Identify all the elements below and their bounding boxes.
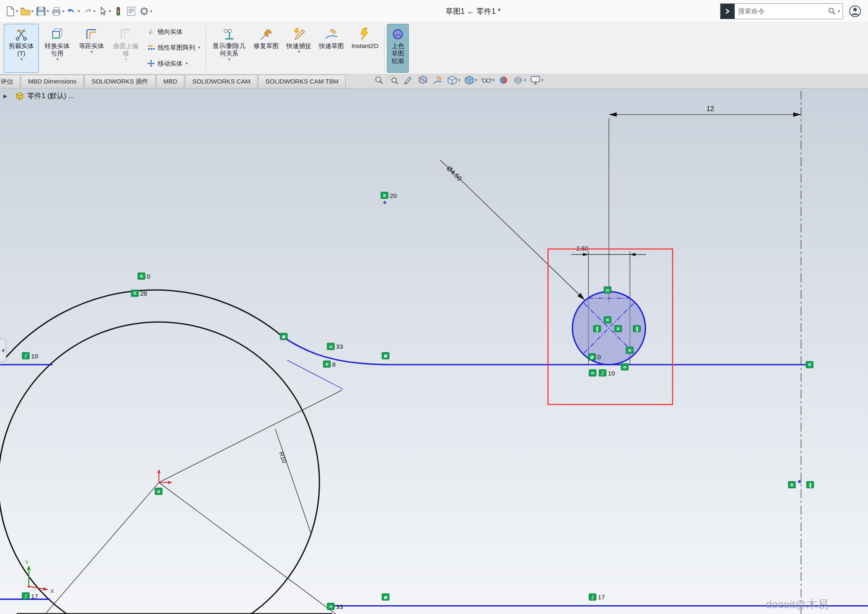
search-input[interactable] — [735, 8, 827, 15]
featuremanager-splitter-tab[interactable] — [0, 339, 6, 362]
tab-evaluate[interactable]: 评估 — [0, 75, 20, 88]
sketch-tool-button[interactable] — [432, 75, 443, 85]
sketch-relation-badge[interactable]: × — [806, 361, 813, 368]
sketch-relation-badge[interactable]: /17 — [589, 594, 605, 601]
sketch-relation-badge[interactable]: × — [626, 347, 633, 354]
chevron-down-icon[interactable]: ▾ — [492, 78, 494, 82]
save-button[interactable]: ▾ — [35, 5, 49, 18]
sketch-relation-badge[interactable]: × — [604, 317, 611, 323]
shaded-sketch-contours-button[interactable]: 上色草图轮廓 — [387, 24, 409, 73]
sketch-relation-badge[interactable]: = — [589, 370, 596, 376]
chevron-down-icon[interactable]: ▾ — [109, 9, 111, 13]
dimension-12[interactable]: 12 — [609, 105, 801, 302]
chevron-down-icon[interactable]: ▾ — [125, 57, 127, 61]
quick-sketch-button[interactable]: 快速草图 — [316, 24, 347, 73]
sketch-relation-badge[interactable]: ø — [382, 353, 389, 359]
construction-lines[interactable] — [17, 390, 342, 614]
tab-mbd-dimensions[interactable]: MBD Dimensions — [21, 75, 84, 88]
sketch-relation-badge[interactable]: ∥ — [633, 325, 640, 332]
chevron-down-icon[interactable]: ▾ — [838, 9, 840, 13]
login-user-button[interactable] — [848, 4, 862, 19]
sketch-relation-badge[interactable]: =33 — [327, 343, 343, 350]
sketch-relation-badge[interactable]: ø — [382, 594, 389, 600]
chevron-down-icon[interactable]: ▾ — [198, 46, 200, 50]
tree-expand-arrow-icon[interactable]: ▶ — [3, 93, 7, 99]
view-settings-button[interactable]: ▾ — [530, 75, 543, 85]
display-style-button[interactable]: ▾ — [464, 75, 477, 85]
zoom-to-area-button[interactable] — [388, 75, 399, 85]
sketch-relation-badge[interactable]: =33 — [327, 603, 343, 610]
sketch-relation-badge[interactable]: ∥ — [807, 481, 814, 488]
section-view-button[interactable] — [417, 75, 428, 85]
repair-sketch-button[interactable]: 修复草图 — [250, 24, 282, 73]
chevron-down-icon[interactable]: ▾ — [228, 57, 230, 61]
chevron-down-icon[interactable]: ▾ — [458, 78, 460, 82]
trim-entities-button[interactable]: 剪裁实体(T) ▾ — [4, 24, 39, 73]
sketch-relation-badge[interactable]: * — [798, 478, 802, 488]
sketch-relation-badge[interactable]: /10 — [22, 353, 38, 360]
sketch-relation-badge[interactable]: × — [788, 481, 795, 488]
chevron-down-icon[interactable]: ▾ — [524, 78, 526, 82]
sketch-relation-badge[interactable]: /10 — [599, 370, 615, 377]
chevron-down-icon[interactable]: ▾ — [91, 50, 93, 54]
sketch-relation-badge[interactable]: ×0 — [138, 273, 150, 280]
instant2d-button[interactable]: Instant2D — [348, 24, 382, 73]
sketch-relation-badge[interactable]: ×8 — [323, 361, 336, 368]
sketch-relation-badge[interactable]: × — [155, 488, 162, 495]
undo-button[interactable]: ▾ — [66, 5, 80, 18]
sketch-inner-circle[interactable] — [0, 322, 319, 614]
graphics-area[interactable]: 12 Ø4.50 2.50 — [0, 89, 868, 614]
sketch-blue-entities[interactable] — [0, 336, 868, 606]
sketch-relation-badge[interactable]: = — [621, 363, 628, 370]
tab-mbd[interactable]: MBD — [156, 75, 184, 88]
tree-root-label[interactable]: 零件1 (默认) ... — [27, 91, 74, 101]
tab-solidworks-cam-tbm[interactable]: SOLIDWORKS CAM TBM — [258, 75, 346, 88]
surface-offset-button[interactable]: 曲面上偏移 ▾ — [108, 24, 143, 73]
dimension-radius-text[interactable]: R10 — [278, 451, 288, 464]
featuremanager-flyout[interactable]: ▶ 零件1 (默认) ... — [3, 91, 74, 101]
previous-view-button[interactable] — [403, 75, 414, 85]
chevron-down-icon[interactable]: ▾ — [150, 9, 152, 13]
sketch-outer-arc[interactable] — [5, 290, 283, 359]
sketch-relation-badge[interactable]: + — [383, 199, 387, 206]
new-document-button[interactable]: ▾ — [4, 5, 18, 18]
dimension-diameter[interactable]: Ø4.50 — [440, 160, 585, 300]
redo-button[interactable]: ▾ — [81, 5, 96, 18]
command-search-box[interactable]: ▾ — [720, 3, 843, 19]
quick-snaps-button[interactable]: 快速捕捉 ▾ — [283, 24, 315, 73]
linear-sketch-pattern-button[interactable]: 线性草图阵列 ▾ — [145, 40, 203, 56]
chevron-down-icon[interactable]: ▾ — [78, 9, 80, 13]
sketch-relation-badge[interactable]: ×20 — [381, 192, 397, 199]
chevron-down-icon[interactable]: ▾ — [56, 57, 59, 61]
sketch-relation-badge[interactable]: ø0 — [588, 353, 601, 360]
print-button[interactable]: ▾ — [51, 5, 65, 18]
select-tool-button[interactable]: ▾ — [97, 5, 111, 18]
file-properties-button[interactable] — [125, 5, 137, 18]
mirror-entities-button[interactable]: 镜向实体 — [145, 24, 203, 40]
move-entities-button[interactable]: 移动实体 ▾ — [145, 56, 203, 71]
open-document-button[interactable]: ▾ — [20, 5, 34, 18]
tab-solidworks-addins[interactable]: SOLIDWORKS 插件 — [84, 75, 155, 88]
edit-appearance-button[interactable] — [498, 75, 509, 85]
chevron-down-icon[interactable]: ▾ — [93, 9, 95, 13]
tab-solidworks-cam[interactable]: SOLIDWORKS CAM — [185, 75, 257, 88]
sketch-relation-badge[interactable]: ø — [280, 333, 287, 340]
sketch-relation-badge[interactable]: = — [604, 287, 611, 293]
chevron-down-icon[interactable]: ▾ — [16, 9, 18, 13]
offset-entities-button[interactable]: 等距实体 ▾ — [76, 24, 107, 73]
apply-scene-button[interactable]: ▾ — [513, 75, 526, 85]
convert-entities-button[interactable]: 转换实体引用 ▾ — [40, 24, 75, 73]
sketch-relation-badge[interactable]: × — [614, 325, 621, 332]
chevron-down-icon[interactable]: ▾ — [475, 78, 477, 82]
view-orientation-button[interactable]: ▾ — [447, 75, 460, 85]
options-button[interactable]: ▾ — [138, 5, 153, 18]
hide-show-items-button[interactable]: ▾ — [481, 75, 494, 85]
chevron-down-icon[interactable]: ▾ — [31, 9, 33, 13]
rebuild-button[interactable] — [112, 5, 124, 18]
chevron-down-icon[interactable]: ▾ — [541, 78, 543, 82]
display-delete-relations-button[interactable]: 显示/删除几何关系 ▾ — [209, 24, 249, 73]
chevron-down-icon[interactable]: ▾ — [47, 9, 49, 13]
sketch-relation-badge[interactable]: ∥ — [593, 325, 601, 332]
chevron-down-icon[interactable]: ▾ — [186, 61, 188, 66]
chevron-down-icon[interactable]: ▾ — [62, 9, 64, 13]
